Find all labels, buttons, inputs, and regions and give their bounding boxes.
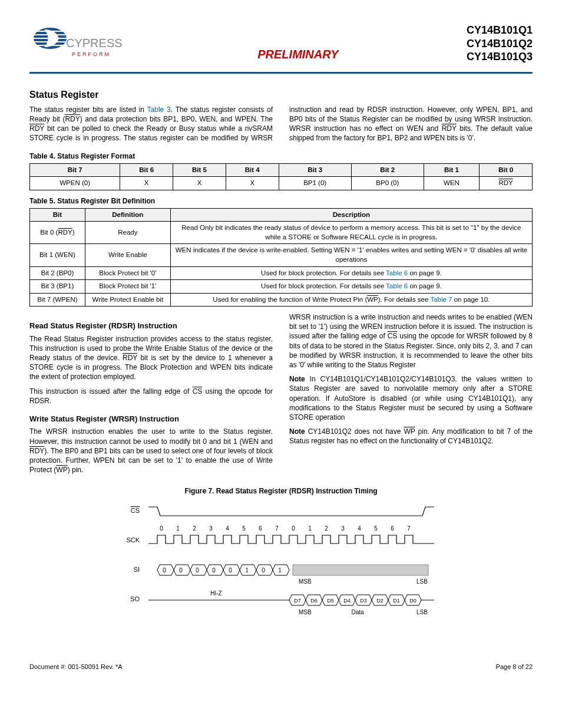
- svg-text:3: 3: [341, 525, 345, 532]
- part-number: CY14B101Q3: [467, 50, 533, 64]
- doc-number: Document #: 001-50091 Rev. *A: [29, 663, 123, 671]
- table4-cell: BP0 (0): [351, 177, 424, 190]
- svg-text:D3: D3: [360, 598, 367, 604]
- page-header: CYPRESS PERFORM PRELIMINARY CY14B101Q1 C…: [29, 24, 533, 74]
- wrsr-p2: WRSR instruction is a write instruction …: [289, 312, 533, 370]
- svg-text:MSB: MSB: [299, 609, 312, 615]
- svg-text:7: 7: [407, 525, 411, 532]
- svg-text:SCK: SCK: [126, 536, 140, 543]
- table4-cell: BP1 (0): [279, 177, 351, 190]
- part-number: CY14B101Q1: [467, 24, 533, 37]
- table5-desc: Used for block protection. For details s…: [170, 266, 532, 280]
- svg-text:2: 2: [325, 525, 328, 532]
- table5-bit: Bit 2 (BP0): [30, 266, 85, 280]
- table4-cell: WEN: [424, 177, 479, 190]
- svg-text:0: 0: [196, 567, 199, 574]
- table5-header: Bit: [30, 208, 85, 222]
- svg-text:CYPRESS: CYPRESS: [66, 37, 123, 50]
- svg-text:0: 0: [212, 567, 216, 574]
- svg-text:D2: D2: [376, 598, 384, 604]
- table4-header: Bit 5: [173, 163, 226, 177]
- table5-bit: Bit 1 (WEN): [30, 244, 85, 266]
- svg-text:Data: Data: [351, 609, 364, 615]
- rdsr-p2: This instruction is issued after the fal…: [29, 387, 273, 406]
- svg-text:SI: SI: [134, 566, 140, 573]
- table3-link[interactable]: Table 3: [147, 106, 171, 114]
- table5-bit: Bit 7 (WPEN): [30, 293, 85, 307]
- page-number: Page 8 of 22: [496, 663, 533, 671]
- table5-desc: WEN indicates if the device is write-ena…: [170, 244, 532, 266]
- table4-cell: X: [226, 177, 279, 190]
- table4-cell: X: [120, 177, 173, 190]
- table5-def: Block Protect bit '1': [85, 280, 170, 294]
- company-logo: CYPRESS PERFORM: [29, 24, 130, 67]
- table6-link[interactable]: Table 6: [386, 269, 408, 276]
- table4-header: Bit 1: [424, 163, 479, 177]
- wrsr-note2: Note CY14B101Q2 does not have WP pin. An…: [289, 427, 533, 446]
- svg-text:5: 5: [374, 525, 378, 532]
- part-number: CY14B101Q2: [467, 37, 533, 51]
- table5-bit: Bit 3 (BP1): [30, 280, 85, 294]
- table4-header: Bit 2: [351, 163, 424, 177]
- part-numbers: CY14B101Q1 CY14B101Q2 CY14B101Q3: [467, 24, 533, 64]
- table5-desc: Used for block protection. For details s…: [170, 280, 532, 294]
- svg-text:6: 6: [259, 525, 262, 532]
- svg-text:6: 6: [391, 525, 394, 532]
- svg-text:0: 0: [163, 567, 166, 574]
- rdsr-p1: The Read Status Register instruction pro…: [29, 334, 273, 382]
- svg-text:4: 4: [226, 525, 229, 532]
- rdsr-heading: Read Status Register (RDSR) Instruction: [29, 321, 273, 331]
- svg-text:PERFORM: PERFORM: [72, 51, 111, 57]
- table4-header: Bit 6: [120, 163, 173, 177]
- svg-text:LSB: LSB: [416, 609, 428, 615]
- page-footer: Document #: 001-50091 Rev. *A Page 8 of …: [29, 663, 533, 671]
- table5-desc: Read Only bit indicates the ready status…: [170, 222, 532, 244]
- table4: Bit 7 Bit 6 Bit 5 Bit 4 Bit 3 Bit 2 Bit …: [29, 163, 533, 190]
- svg-text:CS: CS: [131, 507, 140, 514]
- svg-text:SO: SO: [130, 595, 140, 602]
- wrsr-p1: The WRSR instruction enables the user to…: [29, 427, 273, 475]
- svg-text:D4: D4: [343, 598, 351, 604]
- table4-header: Bit 3: [279, 163, 351, 177]
- table5-def: Write Protect Enable bit: [85, 293, 170, 307]
- figure7-timing-diagram: CS 0123456701234567 SCK SI 00000101 MSB …: [29, 501, 533, 627]
- svg-text:1: 1: [308, 525, 312, 532]
- svg-text:D0: D0: [409, 598, 416, 604]
- svg-text:1: 1: [176, 525, 180, 532]
- table5-caption: Table 5. Status Register Bit Definition: [29, 196, 533, 206]
- table5-def: Write Enable: [85, 244, 170, 266]
- svg-text:1: 1: [278, 567, 282, 574]
- figure7-caption: Figure 7. Read Status Register (RDSR) In…: [29, 486, 533, 496]
- table5-desc: Used for enabling the function of Write …: [170, 293, 532, 307]
- table5-def: Block Protect bit '0': [85, 266, 170, 280]
- svg-text:5: 5: [242, 525, 246, 532]
- svg-text:0: 0: [179, 567, 183, 574]
- table4-cell: X: [173, 177, 226, 190]
- table4-cell: WPEN (0): [30, 177, 120, 190]
- preliminary-label: PRELIMINARY: [257, 47, 338, 62]
- table5-header: Description: [170, 208, 532, 222]
- table7-link[interactable]: Table 7: [430, 296, 452, 303]
- svg-text:0: 0: [262, 567, 265, 574]
- section-heading: Status Register: [29, 88, 533, 101]
- table5-bit: Bit 0 (RDY): [30, 222, 85, 244]
- svg-text:D6: D6: [310, 598, 318, 604]
- table6-link[interactable]: Table 6: [386, 282, 408, 289]
- svg-text:3: 3: [209, 525, 213, 532]
- wrsr-note1: Note In CY14B101Q1/CY14B101Q2/CY14B101Q3…: [289, 374, 533, 422]
- svg-text:4: 4: [358, 525, 361, 532]
- table5: Bit Definition Description Bit 0 (RDY) R…: [29, 208, 533, 307]
- svg-text:0: 0: [292, 525, 295, 532]
- svg-text:MSB: MSB: [299, 578, 312, 585]
- svg-text:0: 0: [229, 567, 232, 574]
- svg-text:7: 7: [275, 525, 279, 532]
- svg-text:D5: D5: [327, 598, 334, 604]
- table4-header: Bit 0: [480, 163, 533, 177]
- table4-caption: Table 4. Status Register Format: [29, 151, 533, 161]
- svg-text:HI-Z: HI-Z: [210, 590, 222, 597]
- table4-header: Bit 4: [226, 163, 279, 177]
- table5-header: Definition: [85, 208, 170, 222]
- svg-text:1: 1: [245, 567, 249, 574]
- svg-text:LSB: LSB: [416, 578, 428, 585]
- intro-columns: The status register bits are listed in T…: [29, 105, 533, 146]
